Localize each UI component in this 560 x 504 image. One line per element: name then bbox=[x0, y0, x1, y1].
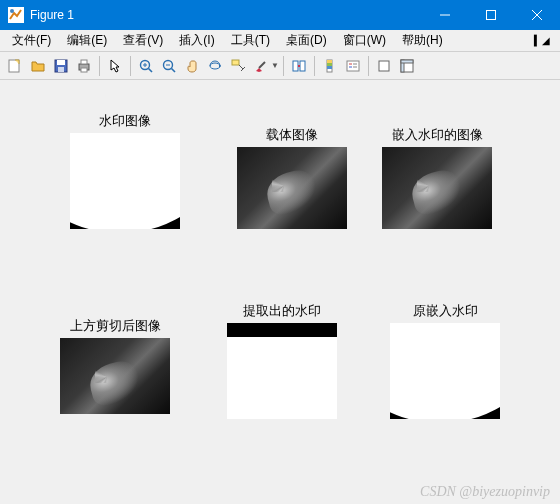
matlab-figure-icon bbox=[8, 7, 24, 23]
subplot-title: 上方剪切后图像 bbox=[60, 317, 170, 335]
menu-insert[interactable]: 插入(I) bbox=[171, 30, 222, 51]
svg-rect-9 bbox=[58, 67, 64, 72]
svg-line-14 bbox=[149, 68, 153, 72]
svg-rect-41 bbox=[401, 60, 413, 63]
watermark-image bbox=[70, 133, 180, 229]
svg-point-1 bbox=[10, 9, 14, 13]
rotate-3d-icon[interactable] bbox=[204, 55, 226, 77]
subplot-title: 嵌入水印的图像 bbox=[382, 126, 492, 144]
menu-edit[interactable]: 编辑(E) bbox=[59, 30, 115, 51]
menu-tools[interactable]: 工具(T) bbox=[223, 30, 278, 51]
brush-icon[interactable] bbox=[250, 55, 272, 77]
save-icon[interactable] bbox=[50, 55, 72, 77]
subplot-title: 水印图像 bbox=[70, 112, 180, 130]
subplot-original-mark: 原嵌入水印 bbox=[390, 302, 500, 419]
pointer-icon[interactable] bbox=[104, 55, 126, 77]
show-plot-tools-icon[interactable] bbox=[396, 55, 418, 77]
embedded-image bbox=[382, 147, 492, 229]
zoom-in-icon[interactable] bbox=[135, 55, 157, 77]
data-cursor-icon[interactable] bbox=[227, 55, 249, 77]
toolbar: ▼ bbox=[0, 52, 560, 80]
svg-line-25 bbox=[259, 62, 265, 68]
window-controls bbox=[422, 0, 560, 30]
maximize-button[interactable] bbox=[468, 0, 514, 30]
svg-rect-27 bbox=[300, 61, 305, 71]
toolbar-separator bbox=[99, 56, 100, 76]
zoom-out-icon[interactable] bbox=[158, 55, 180, 77]
insert-colorbar-icon[interactable] bbox=[319, 55, 341, 77]
link-data-icon[interactable] bbox=[288, 55, 310, 77]
subplot-title: 提取出的水印 bbox=[227, 302, 337, 320]
svg-rect-3 bbox=[487, 11, 496, 20]
brush-dropdown-icon[interactable]: ▼ bbox=[271, 61, 279, 70]
svg-rect-30 bbox=[327, 60, 332, 63]
carrier-image bbox=[237, 147, 347, 229]
toolbar-separator bbox=[368, 56, 369, 76]
toolbar-separator bbox=[314, 56, 315, 76]
title-bar: Figure 1 bbox=[0, 0, 560, 30]
minimize-button[interactable] bbox=[422, 0, 468, 30]
menu-overflow-icon[interactable]: ▍◢ bbox=[528, 35, 556, 46]
svg-rect-22 bbox=[232, 60, 239, 65]
pan-icon[interactable] bbox=[181, 55, 203, 77]
svg-line-23 bbox=[239, 65, 243, 69]
subplot-cropped: 上方剪切后图像 bbox=[60, 317, 170, 414]
csdn-watermark: CSDN @biyezuopinvip bbox=[420, 484, 550, 500]
subplot-extracted: 提取出的水印 bbox=[227, 302, 337, 419]
menu-help[interactable]: 帮助(H) bbox=[394, 30, 451, 51]
subplot-embedded: 嵌入水印的图像 bbox=[382, 126, 492, 229]
svg-rect-12 bbox=[81, 68, 87, 72]
menu-view[interactable]: 查看(V) bbox=[115, 30, 171, 51]
menu-bar: 文件(F) 编辑(E) 查看(V) 插入(I) 工具(T) 桌面(D) 窗口(W… bbox=[0, 30, 560, 52]
figure-canvas: 水印图像 载体图像 嵌入水印的图像 上方剪切后图像 提取出的水印 原嵌入水印 C… bbox=[0, 80, 560, 504]
menu-desktop[interactable]: 桌面(D) bbox=[278, 30, 335, 51]
toolbar-separator bbox=[283, 56, 284, 76]
open-file-icon[interactable] bbox=[27, 55, 49, 77]
menu-window[interactable]: 窗口(W) bbox=[335, 30, 394, 51]
svg-rect-32 bbox=[327, 66, 332, 69]
window-title: Figure 1 bbox=[30, 8, 422, 22]
svg-rect-38 bbox=[379, 61, 389, 71]
svg-line-18 bbox=[172, 68, 176, 72]
subplot-carrier: 载体图像 bbox=[237, 126, 347, 229]
svg-rect-26 bbox=[293, 61, 298, 71]
menu-file[interactable]: 文件(F) bbox=[4, 30, 59, 51]
new-figure-icon[interactable] bbox=[4, 55, 26, 77]
original-embedded-watermark-image bbox=[390, 323, 500, 419]
subplot-watermark: 水印图像 bbox=[70, 112, 180, 229]
cropped-image bbox=[60, 338, 170, 414]
print-icon[interactable] bbox=[73, 55, 95, 77]
insert-legend-icon[interactable] bbox=[342, 55, 364, 77]
extracted-watermark-image bbox=[227, 323, 337, 419]
svg-rect-8 bbox=[57, 60, 65, 65]
toolbar-separator bbox=[130, 56, 131, 76]
hide-plot-tools-icon[interactable] bbox=[373, 55, 395, 77]
subplot-title: 载体图像 bbox=[237, 126, 347, 144]
svg-rect-33 bbox=[347, 61, 359, 71]
svg-rect-31 bbox=[327, 63, 332, 66]
subplot-title: 原嵌入水印 bbox=[390, 302, 500, 320]
close-button[interactable] bbox=[514, 0, 560, 30]
svg-rect-11 bbox=[81, 60, 87, 64]
svg-point-20 bbox=[210, 63, 220, 69]
